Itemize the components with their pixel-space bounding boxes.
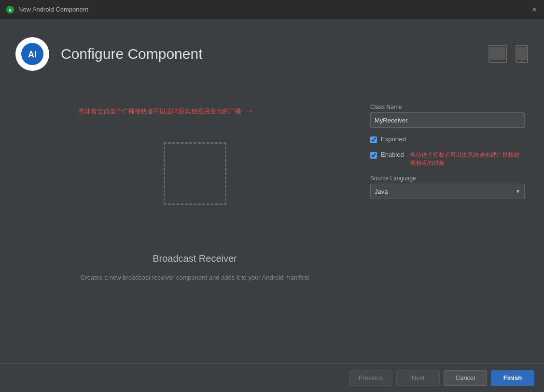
phone-icon [515,44,529,64]
tablet-icon [488,44,512,64]
svg-rect-5 [490,47,505,60]
previous-button[interactable]: Previous [349,370,392,386]
android-icon: AI [20,42,44,66]
header: AI Configure Component [0,19,544,89]
class-name-input[interactable] [370,112,525,128]
header-title: Configure Component [61,46,203,62]
source-language-wrapper: Java Kotlin ▼ [370,184,525,199]
svg-point-8 [521,61,523,63]
title-bar-left: A New Android Component [6,5,88,14]
enabled-checkbox-row: Enabled 当前这个接收者可以由系统来创建广播接收者相应的对象 [370,151,525,167]
cancel-button[interactable]: Cancel [444,370,487,386]
enabled-section: Enabled 当前这个接收者可以由系统来创建广播接收者相应的对象 [370,151,525,167]
title-bar: A New Android Component × [0,0,544,19]
main-content: 意味着当前这个广播接收者可以去响应其他应用发出的广播 → Broadcast R… [0,89,544,363]
finish-button[interactable]: Finish [491,370,534,386]
source-language-label: Source Language [370,175,525,182]
android-logo: AI [15,37,49,71]
left-panel: 意味着当前这个广播接收者可以去响应其他应用发出的广播 → Broadcast R… [19,104,370,349]
source-language-select[interactable]: Java Kotlin [370,184,525,199]
footer: Previous Next Cancel Finish [0,363,544,392]
class-name-label: Class Name [370,104,525,110]
close-button[interactable]: × [530,6,538,14]
device-icons [488,44,529,64]
enabled-label[interactable]: Enabled [381,151,404,158]
exported-label[interactable]: Exported [381,135,406,143]
source-language-field: Source Language Java Kotlin ▼ [370,175,525,199]
enabled-annotation-text: 当前这个接收者可以由系统来创建广播接收者相应的对象 [410,151,525,167]
exported-row: Exported [370,135,525,143]
component-illustration [164,142,226,205]
right-panel: Class Name Exported Enabled 当前这个接收者可以由系统… [370,104,525,349]
title-bar-title: New Android Component [18,6,88,13]
next-button[interactable]: Next [396,370,440,386]
component-name: Broadcast Receiver [153,253,237,264]
arrow-icon: → [245,106,254,116]
android-studio-icon: A [6,5,14,14]
component-description: Creates a new broadcast receiver compone… [81,274,309,281]
class-name-field: Class Name [370,104,525,128]
exported-annotation-text: 意味着当前这个广播接收者可以去响应其他应用发出的广播 [78,107,241,116]
exported-annotation: 意味着当前这个广播接收者可以去响应其他应用发出的广播 → [19,106,312,116]
svg-text:A: A [9,8,12,13]
exported-checkbox-row: Exported [370,135,525,143]
svg-text:AI: AI [28,50,37,59]
svg-rect-7 [517,47,527,60]
exported-checkbox[interactable] [370,136,377,143]
enabled-checkbox[interactable] [370,152,377,159]
